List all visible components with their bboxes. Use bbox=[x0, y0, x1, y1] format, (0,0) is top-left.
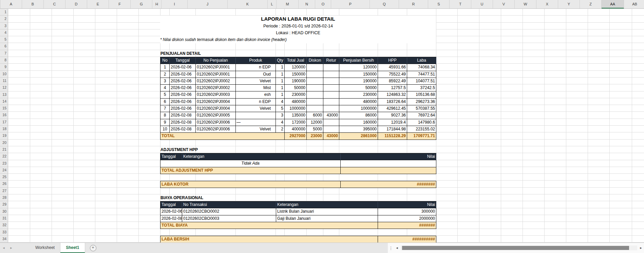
cell[interactable]: 8 bbox=[160, 112, 170, 119]
column-header-S[interactable]: S bbox=[428, 0, 450, 8]
col-keterangan[interactable]: Keterangan bbox=[276, 202, 378, 208]
horizontal-scrollbar-thumb[interactable] bbox=[402, 246, 629, 250]
cell[interactable] bbox=[323, 99, 339, 105]
col-nilai[interactable]: Nilai bbox=[341, 153, 436, 160]
penjualan-total-value[interactable]: 1151228.29 bbox=[378, 133, 407, 140]
cell[interactable]: 01202602CBO0002 bbox=[182, 208, 276, 215]
column-header-Y[interactable]: Y bbox=[558, 0, 580, 8]
cell[interactable]: — bbox=[236, 119, 276, 126]
cell[interactable]: 120000 bbox=[339, 64, 378, 71]
cell[interactable]: 85922.49 bbox=[378, 78, 407, 85]
report-title[interactable]: LAPORAN LABA RUGI DETAIL bbox=[160, 16, 436, 22]
cell[interactable] bbox=[307, 71, 323, 78]
cell[interactable]: 01202602IPJ0006 bbox=[196, 126, 236, 133]
column-header-T[interactable]: T bbox=[450, 0, 471, 8]
laba-kotor-label[interactable]: LABA KOTOR bbox=[160, 181, 341, 188]
biaya-total-value[interactable]: ####### bbox=[378, 222, 436, 229]
cell[interactable] bbox=[307, 64, 323, 71]
cell[interactable]: 4 bbox=[276, 119, 285, 126]
row-header-20[interactable]: 20 bbox=[0, 140, 8, 146]
cell[interactable]: 429612.45 bbox=[378, 105, 407, 112]
penjualan-total-label[interactable]: TOTAL bbox=[160, 133, 285, 140]
section-title-adjustment[interactable]: ADJUSTMENT HPP bbox=[160, 146, 296, 153]
col-tanggal[interactable]: Tanggal bbox=[160, 153, 182, 160]
col-diskon[interactable]: Diskon bbox=[307, 57, 323, 64]
cell[interactable] bbox=[323, 91, 339, 98]
row-header-1[interactable]: 1 bbox=[0, 9, 8, 16]
cell[interactable]: 105136.68 bbox=[407, 91, 436, 98]
cell[interactable]: 01202602IPJ0004 bbox=[196, 99, 236, 105]
cell[interactable]: Velvet bbox=[236, 105, 276, 112]
cell[interactable]: 1 bbox=[276, 64, 285, 71]
row-header-27[interactable]: 27 bbox=[0, 188, 8, 194]
cell[interactable]: 223155.02 bbox=[407, 126, 436, 133]
cell[interactable]: Mist bbox=[236, 85, 276, 91]
cell[interactable]: 6 bbox=[160, 99, 170, 105]
cell[interactable] bbox=[307, 91, 323, 98]
column-header-AB[interactable]: AB bbox=[624, 0, 644, 8]
col-retur[interactable]: Retur bbox=[323, 57, 339, 64]
cell[interactable]: 395000 bbox=[339, 126, 378, 133]
cell[interactable]: 01202602IPJ0002 bbox=[196, 78, 236, 85]
row-header-16[interactable]: 16 bbox=[0, 112, 8, 119]
cell[interactable]: 2026-02-08 bbox=[170, 119, 196, 126]
row-header-31[interactable]: 31 bbox=[0, 215, 8, 222]
row-header-2[interactable]: 2 bbox=[0, 16, 8, 22]
column-header-V[interactable]: V bbox=[493, 0, 515, 8]
row-header-29[interactable]: 29 bbox=[0, 201, 8, 208]
column-header-AA[interactable]: AA bbox=[602, 0, 624, 8]
cell[interactable]: 1 bbox=[276, 71, 285, 78]
cell[interactable]: 01202602IPJ0003 bbox=[196, 91, 236, 98]
row-header-5[interactable]: 5 bbox=[0, 36, 8, 43]
cell[interactable] bbox=[323, 126, 339, 133]
column-header-K[interactable]: K bbox=[228, 0, 268, 8]
row-header-26[interactable]: 26 bbox=[0, 181, 8, 187]
laba-bersih-label[interactable]: LABA BERSIH bbox=[160, 236, 378, 243]
cell[interactable]: 1000000 bbox=[285, 105, 307, 112]
col-nilai[interactable]: Nilai bbox=[378, 202, 436, 208]
cell[interactable]: 2026-02-06 bbox=[170, 85, 196, 91]
penjualan-total-value[interactable]: 1709771.71 bbox=[407, 133, 436, 140]
row-header-7[interactable]: 7 bbox=[0, 50, 8, 57]
adjustment-empty-cell[interactable]: Tidak Ada bbox=[160, 160, 341, 167]
column-header-B[interactable]: B bbox=[22, 0, 44, 8]
column-header-R[interactable]: R bbox=[399, 0, 428, 8]
column-header-L[interactable]: L bbox=[268, 0, 277, 8]
cell[interactable]: esh bbox=[236, 91, 276, 98]
cell[interactable]: 124863.32 bbox=[378, 91, 407, 98]
col-qty[interactable]: Qty bbox=[276, 57, 285, 64]
cell[interactable] bbox=[323, 78, 339, 85]
cell[interactable]: 570387.55 bbox=[407, 105, 436, 112]
adjustment-total-label[interactable]: TOTAL ADJUSTMENT HPP bbox=[160, 167, 341, 174]
cell[interactable] bbox=[323, 71, 339, 78]
cell[interactable]: 230000 bbox=[339, 91, 378, 98]
row-header-24[interactable]: 24 bbox=[0, 167, 8, 174]
row-header-10[interactable]: 10 bbox=[0, 71, 8, 78]
column-header-E[interactable]: E bbox=[87, 0, 109, 8]
cell[interactable]: 2026-02-06 bbox=[170, 71, 196, 78]
sheet-tab-sheet1[interactable]: Sheet1 bbox=[60, 243, 85, 253]
row-header-14[interactable]: 14 bbox=[0, 98, 8, 105]
cell[interactable]: 86000 bbox=[339, 112, 378, 119]
penjualan-total-value[interactable]: 23000 bbox=[307, 133, 323, 140]
cell[interactable]: 2026-02-06 bbox=[170, 99, 196, 105]
cell[interactable]: 480000 bbox=[285, 99, 307, 105]
cell[interactable]: 2026-02-06 bbox=[170, 78, 196, 85]
row-header-25[interactable]: 25 bbox=[0, 174, 8, 181]
column-header-P[interactable]: P bbox=[331, 0, 370, 8]
cell[interactable]: 2026-02-06 bbox=[160, 208, 182, 215]
laba-bersih-value[interactable]: ########## bbox=[378, 236, 436, 243]
penjualan-total-value[interactable]: 2861000 bbox=[339, 133, 378, 140]
cell[interactable] bbox=[307, 99, 323, 105]
cell[interactable]: 6000 bbox=[307, 112, 323, 119]
col-hpp[interactable]: HPP bbox=[378, 57, 407, 64]
cell[interactable]: 9 bbox=[160, 119, 170, 126]
cell[interactable]: 135000 bbox=[285, 112, 307, 119]
row-header-6[interactable]: 6 bbox=[0, 43, 8, 50]
cell[interactable]: Velvet bbox=[236, 78, 276, 85]
cell[interactable] bbox=[323, 85, 339, 91]
cell[interactable]: 9027.36 bbox=[378, 112, 407, 119]
cell[interactable]: 01202602IPJ0005 bbox=[196, 112, 236, 119]
column-header-Z[interactable]: Z bbox=[580, 0, 602, 8]
cell[interactable]: 296273.36 bbox=[407, 99, 436, 105]
